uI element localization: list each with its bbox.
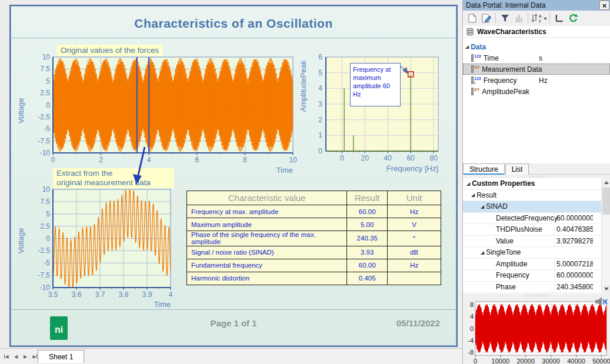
channel-name: Frequency [484,76,517,85]
datastore-icon [465,28,475,36]
characteristic-table[interactable]: Characteristic valueResultUnitFrequency … [186,191,441,285]
table-header-row: Characteristic valueResultUnit [187,191,441,205]
table-cell: dB [388,246,441,259]
channel-type-icon: XY [471,65,479,74]
table-cell: Hz [388,205,441,218]
expand-triangle-icon[interactable]: ◢ [481,250,484,255]
tick-label: 4 [470,313,474,320]
sheet-tab[interactable]: Sheet 1 [38,350,84,363]
channel-preview-area: 840-4-801000020000300004000050000 [463,297,610,364]
property-row-amplitude[interactable]: Amplitude5.000072188... [463,259,610,271]
tick-label: 7.5 [40,198,50,206]
channel-row-measurement-data[interactable]: XYMeasurement Data [463,64,610,75]
scroll-up-icon[interactable] [602,178,610,187]
data-portal-toolbar: A z [463,11,610,26]
filter-icon[interactable] [498,12,512,25]
table-row: Frequency at max. amplitude60.00Hz [187,205,441,218]
channel-row-amplitudepeak[interactable]: XYAmplitudePeak [463,86,610,97]
original-waveform-chart[interactable]: 107.552.50-2.5-5-7.5-100246810VoltageTim… [15,41,312,174]
tick-label: 3 [318,100,322,108]
property-value: 240.3458005... [556,283,593,291]
prev-sheet-button[interactable]: ◀ [12,352,20,361]
report-page: Characteristics of an Oscillation Origin… [9,5,458,347]
spectrum-chart[interactable]: 0123456020406080AmplitudePeakFrequency [… [299,41,453,175]
axis-scale-icon[interactable] [552,12,566,25]
expand-triangle-icon[interactable]: ◢ [471,192,475,198]
property-label: Amplitude [496,260,527,268]
expand-triangle-icon[interactable]: ◢ [466,181,470,186]
table-cell: Frequency at max. amplitude [187,205,347,218]
property-value: 5.000072188... [556,260,593,268]
preview-waveform-series [475,304,606,353]
channel-row-frequency[interactable]: 123iFrequencyHz [463,75,610,86]
channel-name: Time [484,54,499,62]
tick-label: 6 [195,156,199,164]
tick-label: 2.5 [40,89,50,97]
property-row-result[interactable]: ◢Result [463,190,610,202]
tick-label: 2 [318,116,322,124]
root-data-store-row[interactable]: WaveCharacteristics [463,26,610,38]
custom-properties-root[interactable]: ◢Custom Properties [463,178,610,190]
tick-label: 8 [470,301,474,308]
table-cell: V [388,218,441,231]
property-row-sinad[interactable]: ◢SINAD [463,201,610,213]
header-divider [11,38,456,38]
group-row-data[interactable]: ◢ Data [463,41,610,52]
expand-triangle-icon[interactable]: ◢ [465,44,469,49]
spectrum-annotation[interactable]: Frequency at maximum amplitude 60 Hz [350,63,401,106]
tick-label: 8 [243,156,247,164]
property-row-frequency[interactable]: Frequency60.00000000... [463,270,610,282]
channel-row-time[interactable]: 123Times [463,52,610,64]
sort-az-icon[interactable]: A z [530,12,548,25]
expand-triangle-icon[interactable]: ◢ [481,204,484,209]
refresh-icon[interactable] [566,12,580,25]
table-header-cell: Result [347,191,388,205]
table-cell: 5.00 [347,218,388,231]
extract-waveform-chart[interactable]: 107.552.50-2.5-5-7.5-103.53.63.73.83.94V… [15,174,198,313]
channel-type-icon: 123 [471,54,481,62]
tab-list[interactable]: List [505,163,529,175]
tick-label: 2.5 [40,222,50,231]
property-label: Custom Properties [472,179,535,188]
property-row-phase[interactable]: Phase240.3458005... [463,282,610,293]
table-cell: 3.93 [347,246,388,259]
channel-type-icon: XY [471,88,479,96]
tick-label: 5 [46,210,50,218]
properties-scrollbar[interactable] [601,178,610,293]
tick-label: -5 [44,125,50,133]
property-label: DetectedFrequency [496,214,558,222]
scroll-down-icon[interactable] [602,285,610,293]
property-row-value[interactable]: Value3.927982787... [463,236,610,248]
tick-label: 3.7 [95,290,105,299]
tick-label: 0 [474,358,477,364]
next-sheet-button[interactable]: ▶ [21,352,29,361]
group-name: Data [471,43,486,51]
mute-preview-icon[interactable] [594,295,609,308]
property-row-singletone[interactable]: ◢SingleTone [463,247,610,259]
tick-label: -7.5 [38,137,50,145]
close-icon[interactable]: × [599,1,609,10]
channel-name: AmplitudePeak [482,88,529,96]
table-row: Harmonic distortion0.405 [187,272,441,285]
data-portal-titlebar[interactable]: Data Portal: Internal Data × [463,0,610,11]
table-cell [388,272,441,285]
property-row-detectedfrequency[interactable]: DetectedFrequency60.00000000... [463,213,610,225]
tick-label: -2.5 [38,246,50,255]
table-row: Phase of the single frequency of the max… [187,231,441,246]
x-axis-label: Time [276,166,293,174]
new-file-icon[interactable] [465,12,479,25]
edit-file-icon[interactable] [479,12,494,25]
first-sheet-button[interactable]: ◀ [2,352,11,361]
tick-label: -2.5 [38,113,50,121]
tab-structure[interactable]: Structure [463,163,505,175]
table-row: Fundamental frequency60.00Hz [187,259,441,272]
channel-type-icon: 123i [471,76,481,85]
y-axis-label: AmplitudePeak [299,60,308,112]
tick-label: 80 [430,154,438,162]
page-title: Characteristics of an Oscillation [11,16,456,31]
property-row-thdplusnoise[interactable]: THDPlusNoise0.404763852... [463,224,610,236]
scrollbar-thumb[interactable] [602,188,610,215]
channel-preview-chart[interactable]: 840-4-801000020000300004000050000 [463,297,610,364]
tick-label: 0 [51,156,55,164]
channel-preview-icon[interactable] [512,12,526,25]
